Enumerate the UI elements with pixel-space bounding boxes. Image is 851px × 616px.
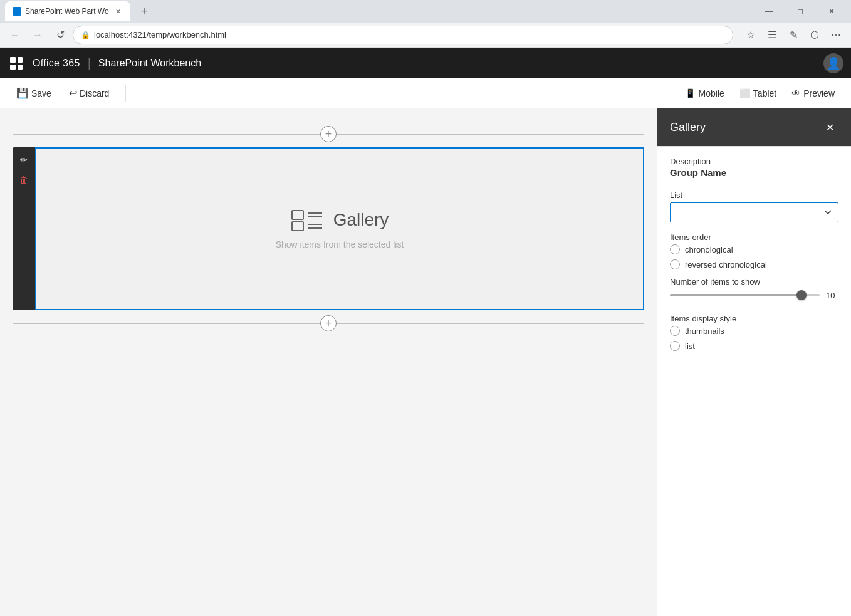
browser-chrome: SharePoint Web Part Wo ✕ + — ◻ ✕ ← → ↺ 🔒… <box>0 0 851 48</box>
display-style-radio-group: thumbnails list <box>670 326 838 351</box>
tablet-label: Tablet <box>753 88 776 98</box>
drop-zone-line-right <box>337 134 644 135</box>
preview-icon: 👁 <box>791 88 800 98</box>
tab-close-btn[interactable]: ✕ <box>113 6 123 16</box>
slider-knob[interactable] <box>796 290 807 300</box>
gallery-webpart: Gallery Show items from the selected lis… <box>35 147 644 310</box>
user-avatar[interactable]: 👤 <box>823 53 843 73</box>
items-count-label: Number of items to show <box>670 277 838 286</box>
edit-webpart-button[interactable]: ✏ <box>15 151 33 169</box>
property-panel: Gallery ✕ Description Group Name List It… <box>657 108 851 616</box>
tab-favicon <box>13 7 21 16</box>
slider-fill <box>670 294 801 296</box>
main-area: + ✏ 🗑 <box>0 108 851 616</box>
chronological-option[interactable]: chronological <box>670 244 838 254</box>
user-icon: 👤 <box>827 56 840 70</box>
browser-toolbar: ← → ↺ 🔒 localhost:4321/temp/workbench.ht… <box>0 23 851 48</box>
drop-zone-line-left <box>13 134 320 135</box>
mobile-icon: 📱 <box>685 88 696 98</box>
drop-zone-line-left2 <box>13 323 320 324</box>
edit-icon: ✏ <box>20 155 28 165</box>
discard-label: Discard <box>80 88 109 98</box>
display-style-label: Items display style <box>670 314 838 323</box>
app-bar-subtitle: SharePoint Workbench <box>98 58 201 69</box>
list-field-label: List <box>670 191 838 200</box>
panel-header: Gallery ✕ <box>657 108 851 147</box>
view-buttons: 📱 Mobile ⬜ Tablet 👁 Preview <box>679 85 841 102</box>
tablet-icon: ⬜ <box>739 88 750 98</box>
customize-button[interactable]: ✎ <box>783 25 803 45</box>
browser-tab[interactable]: SharePoint Web Part Wo ✕ <box>5 1 130 21</box>
list-select[interactable] <box>670 202 838 222</box>
thumbnails-radio[interactable] <box>670 326 680 336</box>
gallery-webpart-subtitle: Show items from the selected list <box>276 239 404 249</box>
order-radio-group: chronological reversed chronological <box>670 244 838 269</box>
extensions-button[interactable]: ⬡ <box>805 25 825 45</box>
tablet-view-button[interactable]: ⬜ Tablet <box>733 85 783 102</box>
save-button[interactable]: 💾 Save <box>10 83 58 103</box>
browser-menu-button[interactable]: ☰ <box>762 25 782 45</box>
reversed-label: reversed chronological <box>685 260 767 269</box>
save-label: Save <box>31 88 51 98</box>
browser-titlebar: SharePoint Web Part Wo ✕ + — ◻ ✕ <box>0 0 851 23</box>
canvas-area: + ✏ 🗑 <box>0 108 657 616</box>
bookmark-button[interactable]: ☆ <box>741 25 761 45</box>
items-order-section: Items order chronological reversed chron… <box>670 232 838 269</box>
apps-icon[interactable] <box>8 55 25 72</box>
items-display-section: Items display style thumbnails list <box>670 314 838 351</box>
chronological-label: chronological <box>685 245 733 254</box>
reload-button[interactable]: ↺ <box>50 25 70 45</box>
forward-button[interactable]: → <box>28 25 48 45</box>
mobile-view-button[interactable]: 📱 Mobile <box>679 85 731 102</box>
panel-title: Gallery <box>670 121 706 134</box>
gallery-webpart-title: Gallery <box>333 210 389 230</box>
preview-button[interactable]: 👁 Preview <box>785 85 841 102</box>
items-count-value: 10 <box>826 291 838 300</box>
address-bar[interactable]: 🔒 localhost:4321/temp/workbench.html <box>73 26 733 44</box>
close-icon: ✕ <box>826 122 834 133</box>
close-button[interactable]: ✕ <box>817 0 846 23</box>
description-label: Description <box>670 157 838 166</box>
preview-label: Preview <box>803 88 835 98</box>
top-drop-zone: + <box>13 126 644 142</box>
list-label: list <box>685 342 695 351</box>
webpart-container: ✏ 🗑 Gallery <box>13 147 644 310</box>
back-icon: ← <box>10 29 20 41</box>
forward-icon: → <box>33 29 43 41</box>
new-tab-button[interactable]: + <box>135 3 153 20</box>
items-count-slider[interactable] <box>670 286 820 304</box>
reversed-radio[interactable] <box>670 259 680 269</box>
items-count-section: Number of items to show 10 <box>670 277 838 304</box>
app-bar: Office 365 | SharePoint Workbench 👤 <box>0 48 851 78</box>
thumbnails-option[interactable]: thumbnails <box>670 326 838 336</box>
delete-webpart-button[interactable]: 🗑 <box>15 171 33 189</box>
gallery-svg-icon <box>291 208 323 232</box>
panel-close-button[interactable]: ✕ <box>821 118 838 136</box>
list-radio[interactable] <box>670 341 680 351</box>
mobile-label: Mobile <box>699 88 724 98</box>
maximize-button[interactable]: ◻ <box>786 0 815 23</box>
back-button[interactable]: ← <box>5 25 25 45</box>
more-button[interactable]: ⋯ <box>826 25 846 45</box>
svg-rect-0 <box>292 211 303 219</box>
list-option[interactable]: list <box>670 341 838 351</box>
gallery-icon-area: Gallery <box>291 208 389 232</box>
workbench-toolbar: 💾 Save ↩ Discard 📱 Mobile ⬜ Tablet 👁 Pre… <box>0 78 851 108</box>
add-section-top-button[interactable]: + <box>320 126 337 142</box>
reload-icon: ↺ <box>56 29 65 41</box>
reversed-chronological-option[interactable]: reversed chronological <box>670 259 838 269</box>
app-bar-title: Office 365 <box>33 58 80 69</box>
tab-title: SharePoint Web Part Wo <box>25 7 109 16</box>
chronological-radio[interactable] <box>670 244 680 254</box>
window-controls: — ◻ ✕ <box>754 0 846 23</box>
webpart-toolbar: ✏ 🗑 <box>13 147 35 310</box>
items-order-label: Items order <box>670 232 838 242</box>
lock-icon: 🔒 <box>81 31 90 39</box>
minimize-button[interactable]: — <box>754 0 783 23</box>
discard-icon: ↩ <box>69 87 77 99</box>
bottom-drop-zone: + <box>13 315 644 331</box>
discard-button[interactable]: ↩ Discard <box>63 83 115 103</box>
slider-track <box>670 294 820 296</box>
add-section-bottom-button[interactable]: + <box>320 315 337 331</box>
group-name-label: Group Name <box>670 167 838 178</box>
